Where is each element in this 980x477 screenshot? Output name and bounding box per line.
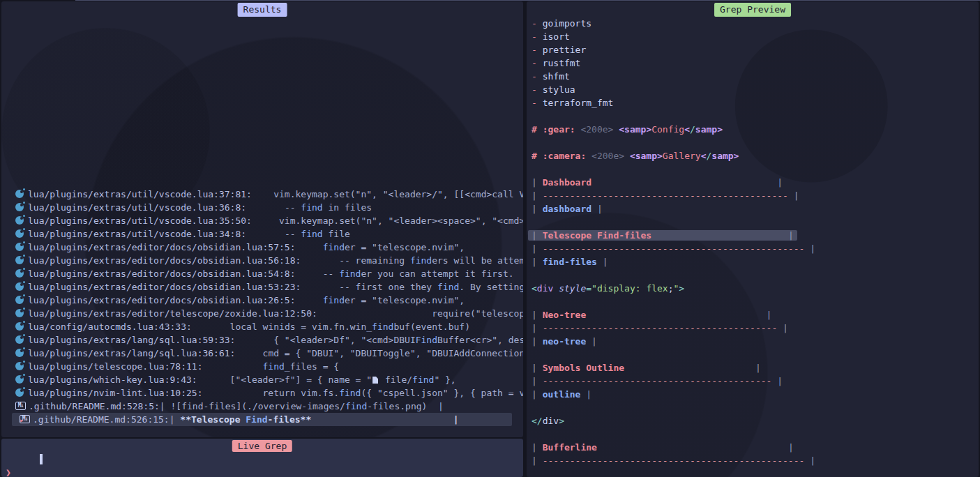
lua-file-icon	[15, 203, 24, 211]
file-icon	[372, 377, 378, 384]
result-row[interactable]: lua/plugins/extras/editor/docs/obsidian.…	[1, 294, 523, 307]
results-list[interactable]: lua/plugins/extras/util/vscode.lua:37:81…	[1, 188, 523, 426]
lua-file-icon	[15, 190, 24, 198]
preview-line: | --------------------------------------…	[532, 454, 979, 467]
lua-file-icon	[15, 296, 24, 304]
preview-line	[532, 162, 979, 176]
prompt-window[interactable]: Live Grep ❯ find 18 / 18	[1, 439, 523, 477]
lua-file-icon	[15, 388, 24, 397]
lua-file-icon	[15, 375, 24, 384]
window-top-edge	[75, 0, 980, 1]
live-grep-title-badge: Live Grep	[232, 440, 292, 452]
lua-file-icon	[15, 216, 24, 225]
preview-line: | Bufferline |	[532, 441, 979, 454]
prompt-line[interactable]: ❯ find 18 / 18	[1, 453, 523, 466]
preview-line: - stylua	[532, 83, 979, 96]
result-row[interactable]: lua/plugins/extras/lang/sql.lua:59:33: {…	[1, 333, 523, 347]
preview-line: - prettier	[532, 43, 979, 56]
preview-line: # :gear: <200e> <samp>Config</samp>	[532, 123, 979, 136]
lua-file-icon	[15, 282, 24, 291]
prompt-caret-icon: ❯	[6, 466, 11, 477]
preview-line: | outline |	[532, 388, 979, 401]
preview-line: | find-files |	[532, 255, 979, 268]
result-row[interactable]: lua/plugins/extras/editor/docs/obsidian.…	[1, 267, 523, 280]
preview-line: | --------------------------------------…	[532, 242, 979, 255]
preview-line	[532, 268, 979, 282]
result-row[interactable]: lua/plugins/extras/util/vscode.lua:37:81…	[1, 188, 523, 201]
preview-line: | --------------------------------------…	[532, 189, 979, 202]
preview-line: | --------------------------------------…	[532, 374, 979, 388]
result-row[interactable]: lua/plugins/extras/editor/docs/obsidian.…	[1, 241, 523, 254]
result-row[interactable]: ▸M↓.github/README.md:526:15:| **Telescop…	[1, 413, 523, 426]
result-row[interactable]: lua/plugins/nvim-lint.lua:10:25: return …	[1, 386, 523, 400]
lua-file-icon	[15, 269, 24, 278]
result-row[interactable]: lua/plugins/extras/editor/docs/obsidian.…	[1, 254, 523, 267]
result-row[interactable]: lua/plugins/extras/util/vscode.lua:36:8:…	[1, 201, 523, 214]
preview-content: - goimports- isort- prettier- rustfmt- s…	[532, 17, 979, 467]
result-row[interactable]: lua/plugins/extras/lang/sql.lua:36:61: c…	[1, 347, 523, 360]
preview-cursorline: | Telescope Find-files |	[528, 230, 797, 241]
preview-line	[532, 215, 979, 229]
lua-file-icon	[15, 322, 24, 331]
lua-file-icon	[15, 335, 24, 344]
preview-line	[532, 401, 979, 414]
results-title-badge: Results	[238, 3, 287, 17]
markdown-file-icon: M↓	[20, 415, 30, 423]
preview-line	[532, 136, 979, 149]
result-row[interactable]: lua/plugins/extras/util/vscode.lua:34:8:…	[1, 227, 523, 241]
preview-line: - terraform_fmt	[532, 96, 979, 109]
results-window: Results lua/plugins/extras/util/vscode.l…	[1, 1, 523, 437]
preview-line: # :camera: <200e> <samp>Gallery</samp>	[532, 149, 979, 162]
result-row[interactable]: lua/plugins/which-key.lua:9:43: ["<leade…	[1, 373, 523, 386]
result-row[interactable]: lua/plugins/extras/util/vscode.lua:35:50…	[1, 214, 523, 227]
preview-line: - rustfmt	[532, 56, 979, 70]
preview-line: | dashboard |	[532, 202, 979, 215]
preview-line: - shfmt	[532, 70, 979, 83]
result-row[interactable]: lua/plugins/telescope.lua:78:11: find_fi…	[1, 360, 523, 373]
text-cursor	[40, 454, 43, 464]
lua-file-icon	[15, 229, 24, 238]
preview-line: - isort	[532, 30, 979, 43]
result-row[interactable]: lua/plugins/extras/editor/docs/obsidian.…	[1, 280, 523, 294]
preview-line	[532, 295, 979, 308]
preview-line: <div style="display: flex;">	[532, 282, 979, 295]
telescope-live-grep-screen: { "colors":{ "panel_bg":"#212334","promp…	[0, 0, 980, 477]
preview-line: | Telescope Find-files |	[532, 229, 979, 242]
preview-line: | neo-tree |	[532, 335, 979, 348]
result-row[interactable]: M↓.github/README.md:528:5:| ![find-files…	[1, 400, 523, 413]
lua-file-icon	[15, 362, 24, 370]
preview-line: </div>	[532, 414, 979, 427]
grep-preview-title-badge: Grep Preview	[714, 3, 791, 17]
result-row[interactable]: lua/config/autocmds.lua:43:33: local win…	[1, 320, 523, 333]
markdown-file-icon: M↓	[15, 402, 26, 410]
result-row[interactable]: lua/plugins/extras/editor/telescope/zoxi…	[1, 307, 523, 320]
lua-file-icon	[15, 243, 24, 251]
preview-line: - goimports	[532, 17, 979, 30]
preview-window[interactable]: Grep Preview - goimports- isort- prettie…	[527, 1, 979, 477]
lua-file-icon	[15, 309, 24, 317]
lua-file-icon	[15, 256, 24, 264]
lua-file-icon	[15, 349, 24, 357]
preview-line	[532, 427, 979, 441]
preview-line	[532, 109, 979, 123]
preview-line	[532, 348, 979, 361]
preview-line: | Symbols Outline |	[532, 361, 979, 374]
preview-line: | --------------------------------------…	[532, 321, 979, 335]
preview-line: | Dashboard |	[532, 176, 979, 189]
preview-line: | Neo-tree |	[532, 308, 979, 321]
